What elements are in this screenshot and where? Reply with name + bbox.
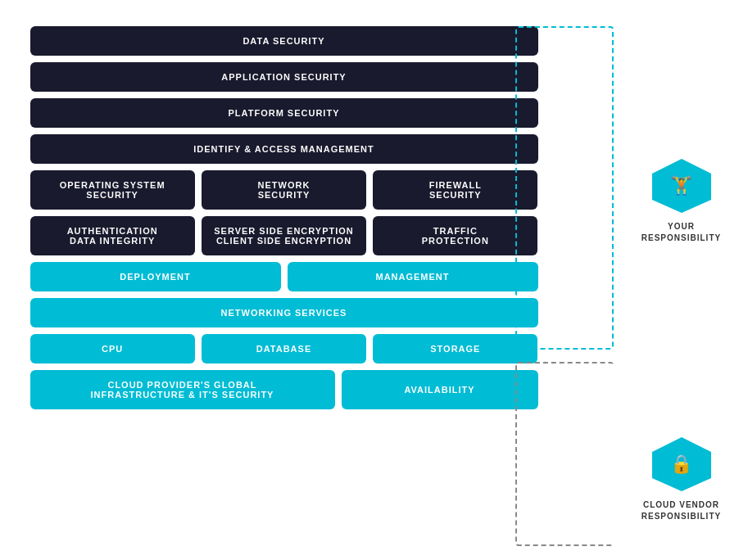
traffic-label: TRAFFICPROTECTION [422, 226, 489, 246]
auth-box: AUTHENTICATIONDATA INTEGRITY [30, 216, 195, 255]
cpu-label: CPU [102, 344, 123, 354]
network-security-box: NETWORKSECURITY [202, 170, 366, 210]
infra-box: CLOUD PROVIDER'S GLOBALINFRASTRUCTURE & … [30, 370, 335, 409]
row-cpu-db-storage: CPU DATABASE STORAGE [30, 334, 538, 364]
database-box: DATABASE [202, 334, 366, 364]
deployment-label: DEPLOYMENT [120, 272, 190, 282]
row-iam: IDENTIFY & ACCESS MANAGEMENT [30, 134, 538, 164]
traffic-box: TRAFFICPROTECTION [373, 216, 537, 255]
person-carrying-icon: 🏋 [670, 175, 692, 196]
your-responsibility-hex: 🏋 [649, 157, 714, 215]
security-layers: DATA SECURITY APPLICATION SECURITY PLATF… [30, 26, 538, 416]
iam-label: IDENTIFY & ACCESS MANAGEMENT [193, 144, 374, 154]
os-security-box: OPERATING SYSTEMSECURITY [30, 170, 195, 210]
row-os-network-firewall: OPERATING SYSTEMSECURITY NETWORKSECURITY… [30, 170, 538, 210]
cloud-vendor-container: 🔒 CLOUD VENDOR RESPONSIBILITY [628, 436, 735, 522]
data-security-box: DATA SECURITY [30, 26, 538, 56]
firewall-security-box: FIREWALLSECURITY [373, 170, 537, 210]
management-label: MANAGEMENT [375, 272, 449, 282]
application-security-box: APPLICATION SECURITY [30, 62, 538, 92]
platform-security-label: PLATFORM SECURITY [229, 108, 340, 118]
cpu-box: CPU [30, 334, 195, 364]
application-security-label: APPLICATION SECURITY [221, 72, 346, 82]
row-platform-security: PLATFORM SECURITY [30, 98, 538, 128]
networking-label: NETWORKING SERVICES [221, 308, 347, 318]
row-auth-encryption-traffic: AUTHENTICATIONDATA INTEGRITY SERVER SIDE… [30, 216, 538, 255]
database-label: DATABASE [256, 344, 311, 354]
availability-box: AVAILABILITY [342, 370, 538, 409]
encryption-label: SERVER SIDE ENCRYPTIONCLIENT SIDE ENCRYP… [214, 226, 354, 246]
deployment-box: DEPLOYMENT [30, 262, 281, 291]
cloud-vendor-hex: 🔒 [649, 436, 714, 493]
cloud-vendor-label: CLOUD VENDOR RESPONSIBILITY [628, 499, 735, 522]
main-container: DATA SECURITY APPLICATION SECURITY PLATF… [14, 10, 735, 550]
os-security-label: OPERATING SYSTEMSECURITY [60, 180, 165, 200]
networking-box: NETWORKING SERVICES [30, 298, 538, 327]
platform-security-box: PLATFORM SECURITY [30, 98, 538, 128]
iam-box: IDENTIFY & ACCESS MANAGEMENT [30, 134, 538, 164]
encryption-box: SERVER SIDE ENCRYPTIONCLIENT SIDE ENCRYP… [202, 216, 366, 255]
your-responsibility-label: YOUR RESPONSIBILITY [628, 221, 735, 244]
storage-label: STORAGE [430, 344, 480, 354]
management-box: MANAGEMENT [288, 262, 538, 291]
row-infra-availability: CLOUD PROVIDER'S GLOBALINFRASTRUCTURE & … [30, 370, 538, 409]
network-security-label: NETWORKSECURITY [258, 180, 311, 200]
row-application-security: APPLICATION SECURITY [30, 62, 538, 92]
row-networking: NETWORKING SERVICES [30, 298, 538, 327]
data-security-label: DATA SECURITY [243, 36, 324, 46]
cloud-lock-icon: 🔒 [670, 454, 692, 475]
cloud-vendor-border [515, 362, 614, 546]
your-responsibility-container: 🏋 YOUR RESPONSIBILITY [628, 157, 735, 244]
firewall-security-label: FIREWALLSECURITY [429, 180, 482, 200]
storage-box: STORAGE [373, 334, 537, 364]
infra-label: CLOUD PROVIDER'S GLOBALINFRASTRUCTURE & … [91, 380, 274, 400]
auth-label: AUTHENTICATIONDATA INTEGRITY [67, 226, 158, 246]
your-responsibility-border [515, 26, 614, 350]
row-data-security: DATA SECURITY [30, 26, 538, 56]
availability-label: AVAILABILITY [404, 385, 474, 395]
row-deployment-management: DEPLOYMENT MANAGEMENT [30, 262, 538, 291]
